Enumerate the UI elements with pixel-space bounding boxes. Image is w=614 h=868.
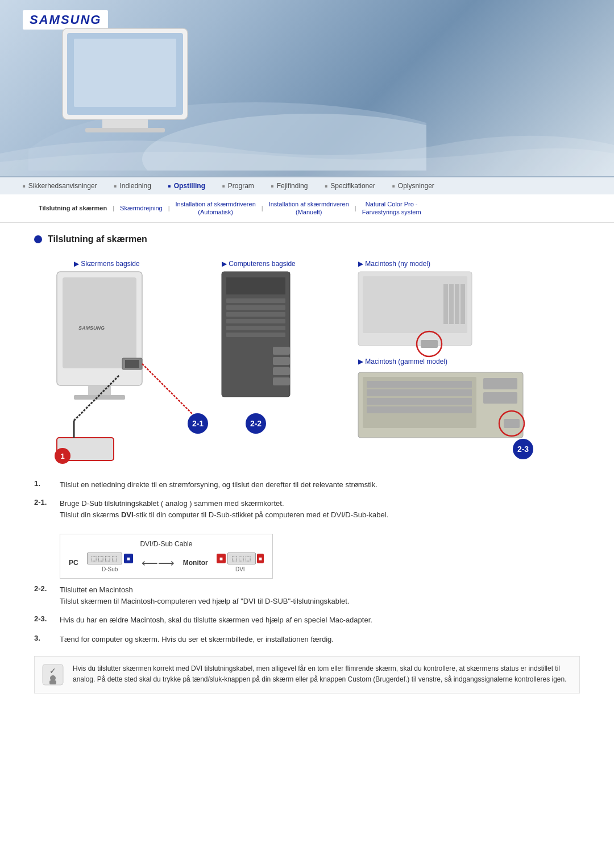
svg-rect-36 <box>460 284 465 324</box>
svg-rect-6 <box>74 39 176 107</box>
svg-text:▶ Macintosh (gammel model): ▶ Macintosh (gammel model) <box>358 358 447 366</box>
note-box: ✓ Hvis du tilslutter skærmen korrekt med… <box>34 656 580 693</box>
svg-line-52 <box>142 364 193 415</box>
note-icon: ✓ <box>42 663 64 686</box>
svg-text:▶ Computerens bagside: ▶ Computerens bagside <box>222 260 296 268</box>
instruction-1: 1. Tilslut en netledning direkte til en … <box>34 479 580 491</box>
svg-rect-45 <box>367 406 472 413</box>
svg-rect-22 <box>226 326 285 330</box>
svg-text:1: 1 <box>60 452 64 460</box>
svg-rect-14 <box>125 360 139 368</box>
connector-monitor-port: ■ <box>217 554 226 563</box>
svg-rect-23 <box>226 333 285 337</box>
nav-item-oplysninger[interactable]: Oplysninger <box>392 182 434 190</box>
header-banner: SAMSUNG <box>0 0 614 176</box>
svg-rect-9 <box>63 277 136 368</box>
svg-rect-47 <box>483 392 517 404</box>
nav-item-fejlfinding[interactable]: Fejlfinding <box>271 182 308 190</box>
connection-diagram: ▶ Skærmens bagside SAMSUNG ▶ Computerens… <box>34 256 580 468</box>
instruction-num-2-2: 2-2. <box>34 584 51 593</box>
wave-decoration <box>0 119 614 176</box>
svg-rect-24 <box>273 347 290 355</box>
instruction-text-2-3: Hvis du har en ældre Macintosh, skal du … <box>60 614 372 626</box>
nav-bar: Sikkerhedsanvisninger Indledning Opstill… <box>0 176 614 194</box>
connector-pc-box: ⬚⬚⬚⬚ <box>87 553 122 564</box>
instruction-num-3: 3. <box>34 634 51 642</box>
instruction-num-2-1: 2-1. <box>34 498 51 506</box>
svg-text:2-3: 2-3 <box>517 445 529 454</box>
dvi-connectors: PC ⬚⬚⬚⬚ ■ D-Sub ⟵⟶ Monitor ■ <box>69 553 264 572</box>
note-text: Hvis du tilslutter skærmen korrekt med D… <box>73 663 572 685</box>
section-title: Tilslutning af skærmen <box>34 234 580 244</box>
instruction-text-2-2b: Tilslut skærmen til Macintosh-computeren… <box>60 597 349 605</box>
nav-item-sikkerhed[interactable]: Sikkerhedsanvisninger <box>23 182 97 190</box>
sub-nav: Tilslutning af skærmen | Skærmdrejning |… <box>0 194 614 223</box>
svg-rect-18 <box>226 298 285 303</box>
svg-rect-38 <box>421 340 438 348</box>
svg-rect-25 <box>273 357 290 365</box>
dvi-diagram-title: DVI/D-Sub Cable <box>69 540 264 548</box>
svg-rect-21 <box>226 319 285 323</box>
nav-item-program[interactable]: Program <box>222 182 254 190</box>
svg-rect-20 <box>226 312 285 317</box>
svg-rect-46 <box>483 378 517 389</box>
connector-monitor-box: ⬚⬚⬚ <box>227 553 256 564</box>
dvi-monitor-label: Monitor <box>183 559 208 567</box>
instruction-3: 3. Tænd for computer og skærm. Hvis du s… <box>34 634 580 645</box>
section-title-text: Tilslutning af skærmen <box>48 234 147 244</box>
connector-monitor-port2: ■ <box>257 554 264 563</box>
instruction-2-2: 2-2. Tilsluttet en Macintosh Tilslut skæ… <box>34 584 580 607</box>
instruction-text-3: Tænd for computer og skærm. Hvis du ser … <box>60 634 334 645</box>
instruction-2-1: 2-1. Bruge D-Sub tilslutningskablet ( an… <box>34 498 580 520</box>
svg-text:2-2: 2-2 <box>250 419 262 428</box>
subnav-skaermdrejning[interactable]: Skærmdrejning <box>115 203 167 214</box>
svg-rect-33 <box>443 284 448 324</box>
dvi-cable-diagram: DVI/D-Sub Cable PC ⬚⬚⬚⬚ ■ D-Sub ⟵⟶ Monit… <box>60 534 273 579</box>
svg-rect-49 <box>504 419 520 428</box>
subnav-installation-man[interactable]: Installation af skærmdriveren(Manuelt) <box>264 199 354 218</box>
dvi-pc-label: PC <box>69 559 78 567</box>
svg-text:✓: ✓ <box>49 666 56 675</box>
subnav-installation-auto[interactable]: Installation af skærmdriveren(Automatisk… <box>171 199 260 218</box>
instruction-text-1: Tilslut en netledning direkte til en str… <box>60 479 377 491</box>
subnav-natural-color[interactable]: Natural Color Pro -Farvestyrings system <box>358 199 426 218</box>
main-content: Tilslutning af skærmen ▶ Skærmens bagsid… <box>0 223 614 711</box>
svg-rect-26 <box>273 367 290 375</box>
svg-rect-34 <box>449 284 454 324</box>
instruction-2-3: 2-3. Hvis du har en ældre Macintosh, ska… <box>34 614 580 626</box>
svg-rect-35 <box>455 284 459 324</box>
dvi-dvi-label: DVI <box>235 566 245 572</box>
svg-rect-44 <box>367 398 472 405</box>
nav-item-specifikationer[interactable]: Specifikationer <box>325 182 375 190</box>
svg-text:SAMSUNG: SAMSUNG <box>78 325 105 331</box>
svg-rect-27 <box>273 377 290 385</box>
nav-item-indledning[interactable]: Indledning <box>114 182 151 190</box>
dvi-dsub-label: D-Sub <box>102 566 118 572</box>
instruction-text-2-1: Bruge D-Sub tilslutningskablet ( analog … <box>60 499 388 519</box>
instruction-num-1: 1. <box>34 479 51 488</box>
instruction-num-2-3: 2-3. <box>34 614 51 623</box>
section-bullet <box>34 235 42 243</box>
instructions-list: 1. Tilslut en netledning direkte til en … <box>34 479 580 645</box>
svg-rect-17 <box>226 277 285 294</box>
svg-point-62 <box>50 675 56 681</box>
svg-rect-19 <box>226 305 285 310</box>
svg-rect-42 <box>367 381 472 388</box>
svg-text:▶ Skærmens bagside: ▶ Skærmens bagside <box>74 260 140 268</box>
svg-text:▶ Macintosh (ny model): ▶ Macintosh (ny model) <box>358 260 430 268</box>
svg-rect-63 <box>49 680 56 684</box>
nav-item-opstilling[interactable]: Opstilling <box>168 182 205 190</box>
svg-text:2-1: 2-1 <box>192 419 204 428</box>
connection-diagram-svg: ▶ Skærmens bagside SAMSUNG ▶ Computerens… <box>34 256 557 466</box>
svg-rect-43 <box>367 389 472 396</box>
connector-pc-port: ■ <box>124 554 133 563</box>
instruction-text-2-2a: Tilsluttet en Macintosh <box>60 584 349 596</box>
subnav-tilslutning[interactable]: Tilslutning af skærmen <box>34 203 111 214</box>
